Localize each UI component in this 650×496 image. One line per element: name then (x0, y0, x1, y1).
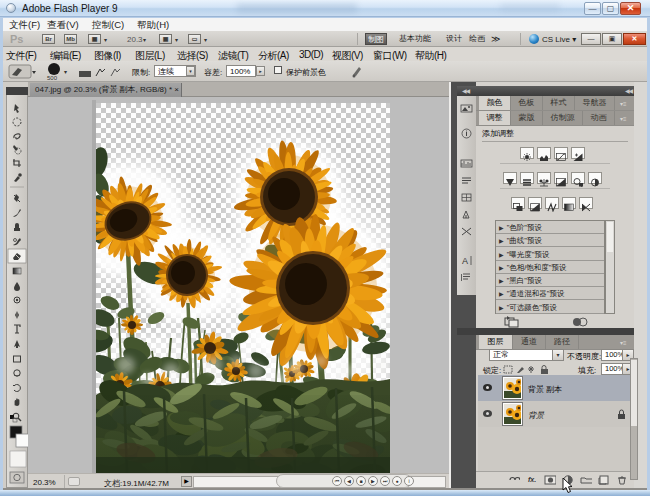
svg-text:A: A (462, 256, 468, 266)
